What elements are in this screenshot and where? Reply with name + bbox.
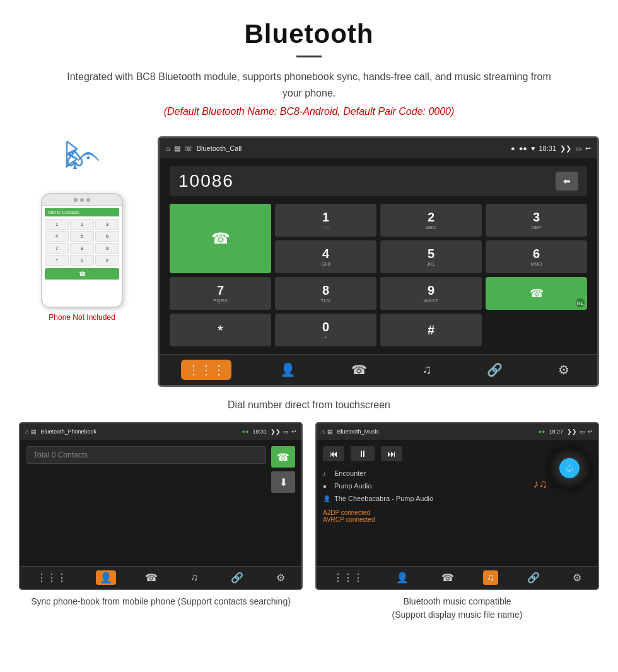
status-bar-main: ⌂ ▤ ☏ Bluetooth_Call ● ●● ♥ 18:31 ❯❯ ▭ ↩ <box>160 138 597 158</box>
music-expand-icon: ❯❯ <box>567 428 577 435</box>
call-button[interactable]: ☎ <box>170 204 271 273</box>
wifi-status-icon: ♥ <box>531 144 535 152</box>
music-nav-music[interactable]: ♫ <box>483 570 498 585</box>
music-title: Bluetooth_Music <box>337 428 379 435</box>
key-2[interactable]: 2ABC <box>380 204 482 237</box>
backspace-button[interactable]: ⬅ <box>556 172 578 191</box>
expand-icon: ❯❯ <box>560 144 571 153</box>
pb-nav-dialpad[interactable]: ⋮⋮⋮ <box>33 570 71 585</box>
music-signal-icon: ▤ <box>327 428 333 435</box>
call-contact-button[interactable]: ☎ <box>271 446 295 468</box>
music-notes-icon: ♪♫ <box>533 478 548 491</box>
track-3-name: The Cheebacabra - Pump Audio <box>334 493 433 505</box>
nav-call-history-icon[interactable]: ☎ <box>345 360 373 380</box>
dialer-area: 10086 ⬅ 1○○ 2ABC 3DEF ☎ 4GHI 5JKL 6MNO 7… <box>160 158 597 354</box>
phonebook-bottom-nav: ⋮⋮⋮ 👤 ☎ ♫ 🔗 ⚙ <box>20 566 301 589</box>
music-screen-wrapper: ⌂ ▤ Bluetooth_Music ●● 18:27 ❯❯ ▭ ↩ ⏮ ⏸ … <box>315 422 599 622</box>
music-nav-call-history[interactable]: ☎ <box>438 570 458 585</box>
key-hash[interactable]: # <box>380 314 482 346</box>
track-3: 👤 The Cheebacabra - Pump Audio <box>323 493 592 505</box>
music-nav-contacts[interactable]: 👤 <box>392 570 412 585</box>
music-caption: Bluetooth music compatible(Support displ… <box>315 595 599 622</box>
home-icon: ⌂ <box>166 144 170 152</box>
main-content: ♤ <box>0 136 618 387</box>
avrcp-status: AVRCP connected <box>323 516 592 523</box>
page-title: Bluetooth <box>13 19 605 49</box>
phonebook-status-bar: ⌂ ▤ Bluetooth_Phonebook ●● 18:31 ❯❯ ▭ ↩ <box>20 423 301 440</box>
key-empty <box>486 314 587 346</box>
music-time: 18:27 <box>549 428 563 435</box>
signal-dots-icon: ●● <box>519 144 527 152</box>
nav-contacts-icon[interactable]: 👤 <box>274 360 302 380</box>
key-4[interactable]: 4GHI <box>275 240 376 273</box>
dialed-number: 10086 <box>178 171 234 191</box>
pb-nav-contacts[interactable]: 👤 <box>96 570 116 585</box>
title-divider <box>296 56 322 57</box>
redial-button[interactable]: ☎ RE <box>486 277 587 310</box>
phone-key-2: 2 <box>70 219 94 230</box>
pb-nav-settings[interactable]: ⚙ <box>272 570 289 585</box>
music-bottom-nav: ⋮⋮⋮ 👤 ☎ ♫ 🔗 ⚙ <box>317 566 598 589</box>
key-star[interactable]: * <box>170 314 271 346</box>
key-8[interactable]: 8TUV <box>275 277 376 310</box>
key-1[interactable]: 1○○ <box>275 204 376 237</box>
phone-key-5: 5 <box>70 231 94 242</box>
phone-section: ♤ <box>19 136 145 387</box>
status-bar-right: ● ●● ♥ 18:31 ❯❯ ▭ ↩ <box>511 144 591 153</box>
bluetooth-icon-wrapper: ♤ <box>50 136 114 187</box>
pb-window-icon: ▭ <box>283 428 289 435</box>
music-nav-dialpad[interactable]: ⋮⋮⋮ <box>329 570 367 585</box>
pb-signal-icon: ▤ <box>31 428 37 435</box>
back-icon: ↩ <box>585 144 591 153</box>
music-content: ⏮ ⏸ ⏭ ♪ Encounter ● Pump Audio 👤 <box>317 440 598 566</box>
pb-status-dots: ●● <box>242 428 249 435</box>
track-3-icon: 👤 <box>323 493 330 505</box>
pb-nav-call-history[interactable]: ☎ <box>141 570 161 585</box>
key-6[interactable]: 6MNO <box>486 240 587 273</box>
bluetooth-vinyl-icon: ♤ <box>559 458 580 478</box>
track-1-icon: ♪ <box>323 468 330 480</box>
phone-key-4: 4 <box>45 231 69 242</box>
key-9[interactable]: 9WXYZ <box>380 277 482 310</box>
page-description: Integrated with BC8 Bluetooth module, su… <box>63 69 555 101</box>
phonebook-screen: ⌂ ▤ Bluetooth_Phonebook ●● 18:31 ❯❯ ▭ ↩ … <box>19 422 303 590</box>
page-highlight: (Default Bluetooth Name: BC8-Android, De… <box>13 106 605 117</box>
svg-point-0 <box>87 156 90 160</box>
nav-music-icon[interactable]: ♫ <box>416 360 438 380</box>
pb-title: Bluetooth_Phonebook <box>40 428 96 435</box>
signal-icon: ▤ <box>174 144 180 153</box>
phone-camera <box>80 198 84 202</box>
prev-button[interactable]: ⏮ <box>323 446 344 461</box>
phone-keypad: 1 2 3 4 5 6 7 8 9 * 0 # <box>45 219 119 266</box>
bottom-nav-main: ⋮⋮⋮ 👤 ☎ ♫ 🔗 ⚙ <box>160 354 597 385</box>
nav-link-icon[interactable]: 🔗 <box>481 360 509 380</box>
time-display: 18:31 <box>539 144 556 152</box>
key-3[interactable]: 3DEF <box>486 204 587 237</box>
key-5[interactable]: 5JKL <box>380 240 482 273</box>
car-screen-main: ⌂ ▤ ☏ Bluetooth_Call ● ●● ♥ 18:31 ❯❯ ▭ ↩… <box>158 136 599 387</box>
caption-main: Dial number direct from touchscreen <box>0 399 618 411</box>
music-window-icon: ▭ <box>580 428 585 435</box>
music-nav-link[interactable]: 🔗 <box>523 570 544 585</box>
nav-settings-icon[interactable]: ⚙ <box>552 360 576 380</box>
next-button[interactable]: ⏭ <box>381 446 402 461</box>
bottom-screens: ⌂ ▤ Bluetooth_Phonebook ●● 18:31 ❯❯ ▭ ↩ … <box>0 422 618 622</box>
phone-key-1: 1 <box>45 219 69 230</box>
music-home-icon: ⌂ <box>322 428 325 435</box>
phonebook-caption: Sync phone-book from mobile phone (Suppo… <box>19 595 303 608</box>
nav-dialpad-icon[interactable]: ⋮⋮⋮ <box>181 360 231 380</box>
pb-nav-music[interactable]: ♫ <box>187 570 202 585</box>
play-pause-button[interactable]: ⏸ <box>351 446 375 461</box>
music-back-icon: ↩ <box>588 428 593 435</box>
contacts-search-box[interactable]: Total 0 Contacts <box>26 446 266 464</box>
pb-time: 18:31 <box>252 428 267 435</box>
music-nav-settings[interactable]: ⚙ <box>569 570 585 585</box>
pb-nav-link[interactable]: 🔗 <box>227 570 247 585</box>
key-0[interactable]: 0+ <box>275 314 376 346</box>
key-7[interactable]: 7PQRS <box>170 277 271 310</box>
download-contacts-button[interactable]: ⬇ <box>271 471 295 493</box>
redial-badge: RE <box>576 298 585 307</box>
page-header: Bluetooth Integrated with BC8 Bluetooth … <box>0 0 618 136</box>
phone-key-0: 0 <box>70 255 94 266</box>
phone-key-9: 9 <box>95 243 119 254</box>
